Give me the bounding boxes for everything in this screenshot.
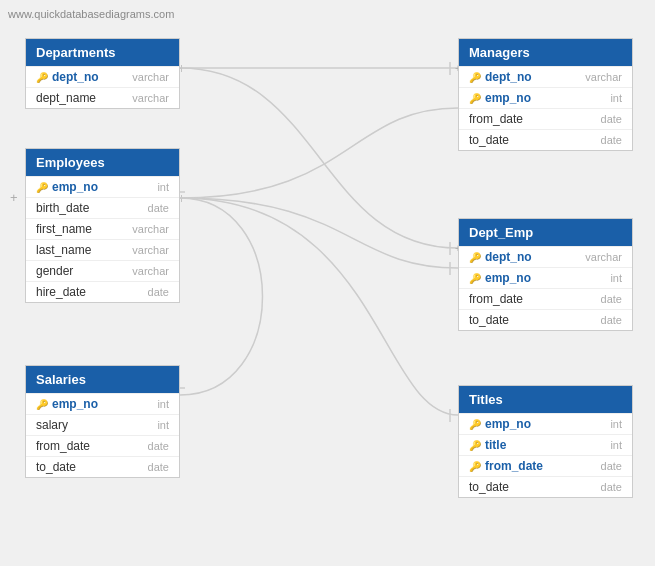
- watermark: www.quickdatabasediagrams.com: [8, 8, 174, 20]
- salaries-header: Salaries: [26, 366, 179, 393]
- table-row: birth_date date: [26, 197, 179, 218]
- table-row: last_name varchar: [26, 239, 179, 260]
- table-row: 🔑dept_no varchar: [26, 66, 179, 87]
- managers-header: Managers: [459, 39, 632, 66]
- table-row: to_date date: [26, 456, 179, 477]
- table-row: to_date date: [459, 129, 632, 150]
- table-row: from_date date: [26, 435, 179, 456]
- table-row: 🔑emp_no int: [459, 267, 632, 288]
- table-row: 🔑emp_no int: [26, 393, 179, 414]
- table-row: 🔑from_date date: [459, 455, 632, 476]
- dept-emp-header: Dept_Emp: [459, 219, 632, 246]
- table-row: first_name varchar: [26, 218, 179, 239]
- table-row: 🔑emp_no int: [459, 413, 632, 434]
- table-row: 🔑emp_no int: [459, 87, 632, 108]
- titles-header: Titles: [459, 386, 632, 413]
- salaries-table: Salaries 🔑emp_no int salary int from_dat…: [25, 365, 180, 478]
- table-row: salary int: [26, 414, 179, 435]
- managers-table: Managers 🔑dept_no varchar 🔑emp_no int fr…: [458, 38, 633, 151]
- table-row: 🔑emp_no int: [26, 176, 179, 197]
- table-row: 🔑dept_no varchar: [459, 66, 632, 87]
- titles-table: Titles 🔑emp_no int 🔑title int 🔑from_date…: [458, 385, 633, 498]
- table-row: hire_date date: [26, 281, 179, 302]
- svg-text:+: +: [10, 190, 18, 205]
- departments-header: Departments: [26, 39, 179, 66]
- table-row: gender varchar: [26, 260, 179, 281]
- table-row: to_date date: [459, 476, 632, 497]
- employees-header: Employees: [26, 149, 179, 176]
- table-row: 🔑dept_no varchar: [459, 246, 632, 267]
- table-row: from_date date: [459, 288, 632, 309]
- table-row: dept_name varchar: [26, 87, 179, 108]
- employees-table: Employees 🔑emp_no int birth_date date fi…: [25, 148, 180, 303]
- table-row: to_date date: [459, 309, 632, 330]
- table-row: from_date date: [459, 108, 632, 129]
- table-row: 🔑title int: [459, 434, 632, 455]
- departments-table: Departments 🔑dept_no varchar dept_name v…: [25, 38, 180, 109]
- dept-emp-table: Dept_Emp 🔑dept_no varchar 🔑emp_no int fr…: [458, 218, 633, 331]
